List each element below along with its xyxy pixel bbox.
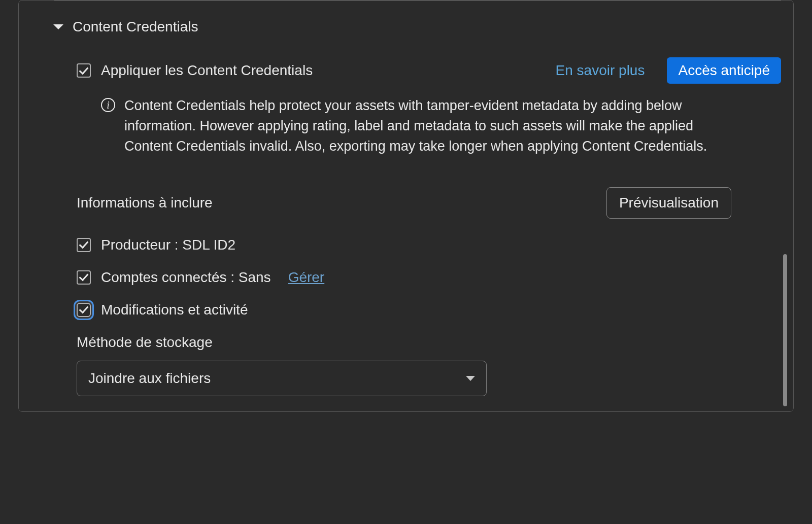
info-row: i Content Credentials help protect your …	[77, 96, 781, 157]
learn-more-link[interactable]: En savoir plus	[556, 62, 645, 79]
storage-dropdown-value: Joindre aux fichiers	[88, 370, 211, 387]
includes-label: Informations à inclure	[77, 195, 213, 211]
preview-button[interactable]: Prévisualisation	[606, 187, 731, 219]
accounts-label: Comptes connectés : Sans	[101, 269, 271, 286]
info-text: Content Credentials help protect your as…	[124, 96, 730, 157]
apply-row: Appliquer les Content Credentials En sav…	[77, 57, 781, 84]
modifications-label: Modifications et activité	[101, 302, 248, 318]
section-header[interactable]: Content Credentials	[19, 1, 793, 35]
chevron-down-icon	[53, 24, 63, 29]
section-title: Content Credentials	[73, 19, 198, 35]
info-icon: i	[101, 98, 115, 112]
divider	[54, 1, 781, 1]
storage-dropdown[interactable]: Joindre aux fichiers	[77, 361, 487, 396]
producer-label: Producteur : SDL ID2	[101, 237, 235, 253]
chevron-down-icon	[466, 376, 475, 381]
producer-row: Producteur : SDL ID2	[77, 237, 781, 253]
content-credentials-panel: Content Credentials Appliquer les Conten…	[18, 0, 794, 412]
scrollbar[interactable]	[783, 254, 787, 406]
accounts-row: Comptes connectés : Sans Gérer	[77, 269, 781, 286]
producer-checkbox[interactable]	[77, 238, 91, 252]
early-access-badge: Accès anticipé	[667, 57, 781, 84]
apply-checkbox[interactable]	[77, 63, 91, 78]
modifications-row: Modifications et activité	[77, 302, 781, 318]
modifications-checkbox[interactable]	[77, 303, 91, 317]
storage-label: Méthode de stockage	[77, 334, 781, 351]
includes-row: Informations à inclure Prévisualisation	[77, 187, 781, 219]
apply-label: Appliquer les Content Credentials	[101, 62, 313, 79]
manage-link[interactable]: Gérer	[288, 269, 325, 286]
accounts-checkbox[interactable]	[77, 270, 91, 285]
section-body: Appliquer les Content Credentials En sav…	[19, 35, 793, 411]
